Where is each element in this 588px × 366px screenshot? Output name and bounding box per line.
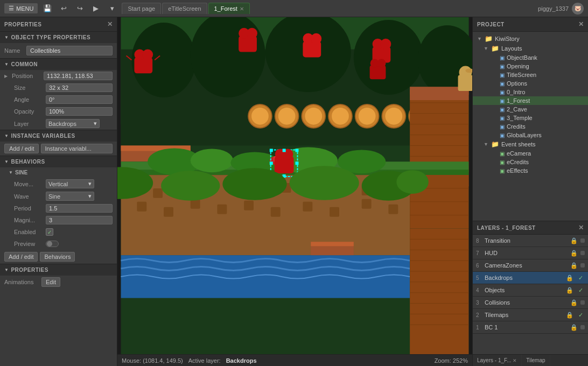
layer-row-backdrops[interactable]: 5 Backdrops 🔒 ✓ — [473, 272, 588, 284]
layer-vis-1[interactable] — [580, 325, 585, 329]
layer-row-tilemaps[interactable]: 2 Tilemaps 🔒 ✓ — [473, 309, 588, 321]
user-avatar[interactable]: 🐷 — [572, 3, 584, 15]
tree-root[interactable]: ▼ 📁 KiwiStory — [473, 34, 588, 44]
position-value[interactable]: 1132.181, 118.53 — [44, 72, 113, 80]
layer-vis-5[interactable]: ✓ — [576, 273, 585, 282]
layer-vis-7[interactable] — [580, 251, 585, 255]
magni-value[interactable]: 3 — [46, 216, 113, 224]
tree-item-eeffects[interactable]: ▶ ▣ eEffects — [473, 166, 588, 175]
layers-bottom-tab-layers[interactable]: Layers - 1_F... ✕ — [473, 355, 522, 366]
name-value[interactable]: Collectibles — [26, 46, 113, 55]
add-edit-behaviors-button[interactable]: Add / edit — [4, 252, 38, 262]
play-options-button[interactable]: ▾ — [106, 2, 118, 15]
properties-sub-header[interactable]: ▼ PROPERTIES — [0, 264, 117, 276]
wave-select[interactable]: Sine ▾ — [46, 192, 94, 201]
toggle-knob — [47, 241, 52, 247]
layer-row-transition[interactable]: 8 Transition 🔒 — [473, 235, 588, 247]
root-expand-icon: ▼ — [477, 36, 482, 41]
tab-1forest-close[interactable]: ✕ — [240, 6, 244, 12]
layer-vis-2[interactable]: ✓ — [576, 311, 585, 319]
size-value[interactable]: 32 x 32 — [46, 83, 113, 92]
layer-name-backdrops: Backdrops — [485, 274, 563, 281]
tree-item-globallayers[interactable]: ▶ ▣ GlobalLayers — [473, 131, 588, 139]
edit-button[interactable]: Edit — [41, 277, 60, 287]
properties-panel-header[interactable]: PROPERTIES ✕ — [0, 17, 117, 31]
layer-lock-2[interactable]: 🔒 — [565, 311, 574, 319]
move-select[interactable]: Vertical ▾ — [46, 179, 94, 188]
0intro-icon: ▣ — [500, 89, 505, 95]
canvas-content[interactable] — [117, 17, 472, 354]
layer-lock-3[interactable]: 🔒 — [570, 298, 578, 307]
layer-row-camerazones[interactable]: 6 CameraZones 🔒 — [473, 259, 588, 272]
add-edit-button[interactable]: Add / edit — [4, 144, 39, 153]
tree-item-2cave[interactable]: ▶ ▣ 2_Cave — [473, 105, 588, 114]
tab-etitlescreen[interactable]: eTitleScreen — [162, 3, 207, 14]
svg-point-124 — [396, 170, 429, 194]
tree-event-sheets-folder[interactable]: ▼ 📁 Event sheets — [473, 139, 588, 149]
tab-start-page[interactable]: Start page — [122, 3, 161, 14]
project-close[interactable]: ✕ — [578, 20, 584, 28]
layers-tab-close[interactable]: ✕ — [513, 358, 517, 363]
tree-item-ecamera[interactable]: ▶ ▣ eCamera — [473, 149, 588, 158]
layer-vis-6[interactable] — [580, 263, 585, 268]
enabled-row: Enabled ✓ — [0, 226, 117, 238]
main-content: PROPERTIES ✕ ▼ OBJECT TYPE PROPERTIES Na… — [0, 17, 588, 366]
tree-item-ecredits[interactable]: ▶ ▣ eCredits — [473, 158, 588, 166]
iv-triangle: ▼ — [4, 133, 9, 138]
redo-button[interactable]: ↪ — [73, 2, 86, 15]
tab-1forest[interactable]: 1_Forest ✕ — [208, 3, 250, 14]
tree-item-opening[interactable]: ▶ ▣ Opening — [473, 62, 588, 71]
sine-header[interactable]: ▼ SINE — [0, 167, 117, 178]
tree-layouts-folder[interactable]: ▼ 📁 Layouts — [473, 44, 588, 53]
opening-icon: ▣ — [500, 64, 505, 69]
layer-lock-6[interactable]: 🔒 — [570, 261, 578, 270]
layer-vis-8[interactable] — [580, 238, 585, 243]
layers-close[interactable]: ✕ — [578, 224, 584, 231]
position-label: Position — [12, 73, 41, 79]
layer-row-hud[interactable]: 7 HUD 🔒 — [473, 247, 588, 259]
tree-item-3temple[interactable]: ▶ ▣ 3_Temple — [473, 114, 588, 122]
layer-vis-4[interactable]: ✓ — [576, 286, 585, 294]
save-button[interactable]: 💾 — [41, 2, 54, 15]
layer-row-bc1[interactable]: 1 BC 1 🔒 — [473, 321, 588, 334]
tree-item-options[interactable]: ▶ ▣ Options — [473, 79, 588, 88]
layers-bottom-tab-tilemap[interactable]: Tilemap — [522, 355, 550, 366]
svg-rect-111 — [270, 149, 273, 152]
tree-item-objectbank[interactable]: ▶ ▣ ObjectBank — [473, 53, 588, 62]
instance-vars-header[interactable]: ▼ INSTANCE VARIABLES — [0, 130, 117, 142]
enabled-checkbox[interactable]: ✓ — [46, 228, 53, 236]
layer-row-objects[interactable]: 4 Objects 🔒 ✓ — [473, 284, 588, 297]
properties-close[interactable]: ✕ — [107, 20, 113, 28]
position-expand[interactable]: ▶ — [4, 74, 10, 79]
layers-header: LAYERS - 1_FOREST ✕ — [473, 221, 588, 235]
layer-name-hud: HUD — [485, 250, 568, 256]
common-section-header[interactable]: ▼ COMMON — [0, 58, 117, 70]
username: piggy_1337 — [538, 5, 569, 12]
instance-vars-label: INSTANCE VARIABLES — [11, 133, 75, 139]
tree-item-credits[interactable]: ▶ ▣ Credits — [473, 122, 588, 131]
opacity-value[interactable]: 100% — [46, 107, 113, 116]
tree-item-titlescreen[interactable]: ▶ ▣ TitleScreen — [473, 71, 588, 79]
layer-select[interactable]: Backdrops ▾ — [46, 119, 100, 128]
object-type-section-header[interactable]: ▼ OBJECT TYPE PROPERTIES — [0, 31, 117, 43]
play-button[interactable]: ▶ — [89, 2, 102, 15]
layer-lock-7[interactable]: 🔒 — [570, 249, 578, 257]
behaviors-button[interactable]: Behaviors — [40, 252, 75, 262]
layer-row-collisions[interactable]: 3 Collisions 🔒 — [473, 297, 588, 309]
tree-item-0intro[interactable]: ▶ ▣ 0_Intro — [473, 88, 588, 96]
layer-lock-8[interactable]: 🔒 — [570, 236, 578, 245]
layer-lock-5[interactable]: 🔒 — [565, 273, 574, 282]
angle-value[interactable]: 0° — [46, 95, 113, 104]
layer-lock-1[interactable]: 🔒 — [570, 323, 578, 332]
preview-toggle[interactable] — [46, 241, 59, 247]
layer-vis-3[interactable] — [580, 300, 585, 305]
svg-rect-87 — [239, 36, 257, 52]
tree-item-1forest[interactable]: ▶ ▣ 1_Forest — [473, 96, 588, 105]
behaviors-header[interactable]: ▼ BEHAVIORS — [0, 156, 117, 167]
undo-button[interactable]: ↩ — [57, 2, 70, 15]
layer-lock-4[interactable]: 🔒 — [565, 286, 574, 294]
menu-button[interactable]: ☰ MENU — [4, 3, 38, 13]
period-value[interactable]: 1.5 — [46, 204, 113, 213]
menu-icon: ☰ — [9, 5, 14, 12]
tab-1forest-label: 1_Forest — [214, 5, 237, 12]
